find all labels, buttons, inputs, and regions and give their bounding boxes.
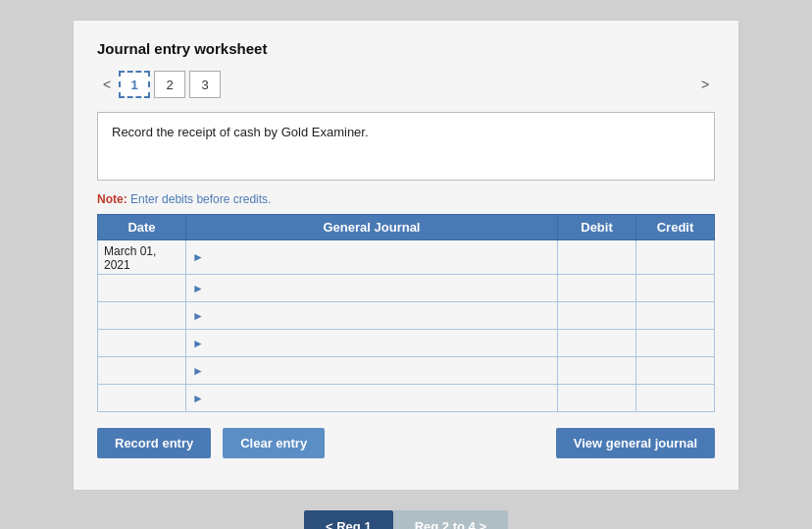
note-line: Note: Enter debits before credits. (97, 192, 715, 206)
date-cell-3 (98, 302, 186, 330)
date-cell-6 (98, 385, 186, 412)
debit-cell-5[interactable] (558, 357, 636, 385)
arrow-6: ► (186, 385, 210, 412)
instruction-box: Record the receipt of cash by Gold Exami… (97, 112, 715, 181)
arrow-3: ► (186, 302, 210, 330)
debit-input-1[interactable] (564, 251, 630, 265)
header-credit: Credit (636, 215, 715, 240)
journal-input-5[interactable] (216, 364, 551, 378)
journal-input-3[interactable] (216, 309, 551, 323)
journal-input-cell-3[interactable] (210, 302, 558, 330)
credit-input-2[interactable] (642, 282, 708, 295)
debit-input-4[interactable] (564, 337, 630, 350)
main-card: Journal entry worksheet < 1 2 3 > Record… (73, 20, 739, 491)
debit-cell-6[interactable] (558, 385, 636, 412)
view-general-journal-button[interactable]: View general journal (556, 428, 715, 458)
arrow-5: ► (186, 357, 210, 385)
arrow-2: ► (186, 275, 210, 302)
debit-cell-3[interactable] (558, 302, 636, 330)
journal-input-4[interactable] (216, 337, 551, 350)
date-cell-5 (98, 357, 186, 385)
credit-input-6[interactable] (642, 392, 708, 405)
date-cell-4 (98, 330, 186, 357)
table-row: March 01,2021 ► (98, 240, 715, 275)
debit-cell-1[interactable] (558, 240, 636, 275)
journal-input-6[interactable] (216, 392, 551, 405)
debit-cell-4[interactable] (558, 330, 636, 357)
page-title: Journal entry worksheet (97, 40, 715, 57)
credit-cell-1[interactable] (636, 240, 715, 275)
note-text: Enter debits before credits. (130, 192, 271, 206)
date-cell-2 (98, 275, 186, 302)
nav-left-arrow[interactable]: < (97, 73, 117, 96)
clear-entry-button[interactable]: Clear entry (223, 428, 325, 458)
table-row: ► (98, 330, 715, 357)
header-debit: Debit (558, 215, 636, 240)
nav-right-arrow[interactable]: > (695, 73, 715, 96)
outer-wrapper: Journal entry worksheet < 1 2 3 > Record… (0, 0, 812, 529)
debit-input-6[interactable] (564, 392, 630, 405)
credit-cell-2[interactable] (636, 275, 715, 302)
journal-table: Date General Journal Debit Credit March … (97, 214, 715, 412)
table-row: ► (98, 385, 715, 412)
journal-input-cell-1[interactable] (210, 240, 558, 275)
credit-input-3[interactable] (642, 309, 708, 323)
table-row: ► (98, 302, 715, 330)
table-row: ► (98, 275, 715, 302)
debit-input-5[interactable] (564, 364, 630, 378)
credit-cell-4[interactable] (636, 330, 715, 357)
credit-cell-5[interactable] (636, 357, 715, 385)
tab-1[interactable]: 1 (119, 71, 150, 98)
credit-input-4[interactable] (642, 337, 708, 350)
journal-input-2[interactable] (216, 282, 551, 295)
req2to4-button: Req 2 to 4 > (393, 510, 508, 529)
credit-input-1[interactable] (642, 251, 708, 265)
debit-input-3[interactable] (564, 309, 630, 323)
debit-cell-2[interactable] (558, 275, 636, 302)
tab-3[interactable]: 3 (189, 71, 221, 98)
button-row: Record entry Clear entry View general jo… (97, 428, 715, 458)
debit-input-2[interactable] (564, 282, 630, 295)
bottom-navigation: < Req 1 Req 2 to 4 > (304, 510, 508, 529)
req1-button[interactable]: < Req 1 (304, 510, 393, 529)
instruction-text: Record the receipt of cash by Gold Exami… (112, 125, 369, 139)
arrow-4: ► (186, 330, 210, 357)
journal-input-1[interactable] (216, 251, 551, 265)
date-cell-1: March 01,2021 (98, 240, 186, 275)
journal-input-cell-4[interactable] (210, 330, 558, 357)
journal-input-cell-2[interactable] (210, 275, 558, 302)
arrow-1: ► (186, 240, 210, 275)
tab-2[interactable]: 2 (154, 71, 185, 98)
header-journal: General Journal (186, 215, 558, 240)
credit-cell-3[interactable] (636, 302, 715, 330)
journal-input-cell-5[interactable] (210, 357, 558, 385)
note-label: Note: (97, 192, 127, 206)
journal-input-cell-6[interactable] (210, 385, 558, 412)
table-row: ► (98, 357, 715, 385)
record-entry-button[interactable]: Record entry (97, 428, 211, 458)
credit-input-5[interactable] (642, 364, 708, 378)
header-date: Date (98, 215, 186, 240)
credit-cell-6[interactable] (636, 385, 715, 412)
tab-navigation: < 1 2 3 > (97, 71, 715, 98)
